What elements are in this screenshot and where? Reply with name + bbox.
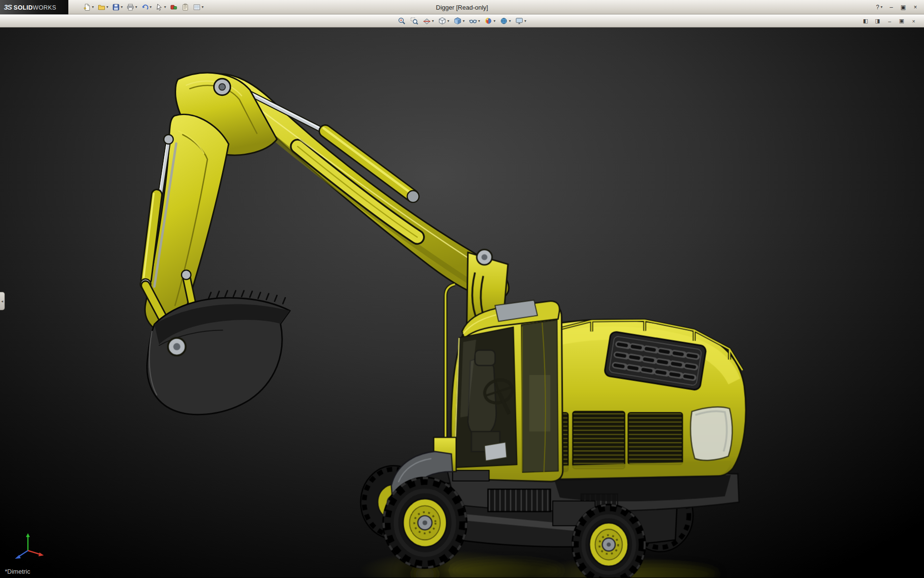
document-title: Digger [Read-only] [436,0,488,14]
chassis-vent [488,489,551,512]
open-folder-icon [98,3,105,11]
close-button[interactable]: × [911,2,920,12]
main-toolbar: ▾▾▾▾▾▾▾ [82,1,205,13]
window-right-button[interactable]: ◨ [873,16,882,26]
save-button[interactable]: ▾ [111,1,124,13]
doc-restore-button[interactable]: ▣ [897,16,906,26]
scene-sphere-icon [500,17,508,25]
dropdown-caret[interactable]: ▾ [92,5,94,9]
dropdown-caret[interactable]: ▾ [478,19,480,23]
options-button[interactable]: ▾ [192,1,205,13]
dropdown-caret[interactable]: ▾ [525,19,526,23]
dropdown-caret[interactable]: ▾ [432,19,434,23]
clipboard-icon [181,3,189,11]
glasses-icon [469,17,477,25]
titlebar: 3S SOLIDWORKS ▾▾▾▾▾▾▾ Digger [Read-only]… [0,0,924,14]
view-orientation-label: *Dimetric [5,568,30,575]
graphics-viewport[interactable]: ◂ *Dimetric [0,27,924,578]
help-button[interactable]: ?▾ [874,2,884,12]
dropdown-caret[interactable]: ▾ [202,5,204,9]
panel-collapse-tab[interactable]: ◂ [0,292,5,310]
apply-scene-button[interactable]: ▾ [499,15,513,27]
section-view-button[interactable]: ▾ [421,15,435,27]
doc-minimize-button[interactable]: – [885,16,894,26]
wheel-front-left[interactable] [383,477,467,568]
document-window-controls: ◧◨–▣× [861,15,918,26]
xpress-icon [170,3,178,11]
select-button[interactable]: ▾ [154,1,167,13]
hide-show-items-button[interactable]: ▾ [467,15,481,27]
new-document-icon [83,3,91,11]
edit-appearance-button[interactable]: ▾ [483,15,497,27]
xpress-products-button[interactable] [168,1,179,13]
print-button[interactable]: ▾ [125,1,139,13]
orientation-triad [7,531,48,563]
shaded-cube-icon [453,17,462,25]
dropdown-caret[interactable]: ▾ [447,19,449,23]
window-controls: ?▾–▣× [874,0,920,14]
dropdown-caret[interactable]: ▾ [106,5,108,9]
brand-solid: SOLID [13,4,33,11]
file-properties-button[interactable] [180,1,191,13]
window-left-button[interactable]: ◧ [861,16,870,26]
undo-button[interactable]: ▾ [140,1,153,13]
cab[interactable] [446,284,563,482]
options-grid-icon [193,3,201,11]
view-settings-button[interactable]: ▾ [514,15,528,27]
dropdown-caret[interactable]: ▾ [509,19,511,23]
dropdown-caret[interactable]: ▾ [494,19,496,23]
view-toolbar-row: ▾▾▾▾▾▾▾ ◧◨–▣× [0,14,924,27]
zoom-area-icon [410,17,418,25]
brand-works: WORKS [33,4,56,11]
excavator-arm[interactable] [140,73,509,415]
dropdown-caret[interactable]: ▾ [135,5,137,9]
doc-close-button[interactable]: × [909,16,918,26]
digger-model[interactable] [0,27,924,578]
view-orientation-button[interactable]: ▾ [436,15,450,27]
dassault-3ds-icon: 3S [4,3,12,11]
undo-icon [141,3,149,11]
dropdown-caret[interactable]: ▾ [164,5,166,9]
dropdown-caret[interactable]: ▾ [121,5,123,9]
section-icon [423,17,431,25]
solidworks-logo: 3S SOLIDWORKS [0,0,68,14]
display-style-button[interactable]: ▾ [452,15,466,27]
view-cube-icon [438,17,446,25]
appearance-sphere-icon [485,17,493,25]
z-axis [18,551,28,557]
x-axis [28,551,40,554]
zoom-fit-icon [398,17,406,25]
save-icon [112,3,120,11]
open-button[interactable]: ▾ [96,1,110,13]
restore-button[interactable]: ▣ [898,2,908,12]
dropdown-caret[interactable]: ▾ [150,5,152,9]
new-button[interactable]: ▾ [82,1,95,13]
zoom-to-area-button[interactable] [409,15,420,27]
zoom-to-fit-button[interactable] [396,15,407,27]
dropdown-caret[interactable]: ▾ [462,19,464,23]
minimize-button[interactable]: – [886,2,896,12]
dropdown-caret[interactable]: ▾ [881,5,883,9]
heads-up-view-toolbar: ▾▾▾▾▾▾▾ [396,15,527,27]
select-cursor-icon [155,3,163,11]
monitor-icon [515,17,524,25]
wheel-front-right[interactable] [572,504,645,578]
print-icon [127,3,134,11]
